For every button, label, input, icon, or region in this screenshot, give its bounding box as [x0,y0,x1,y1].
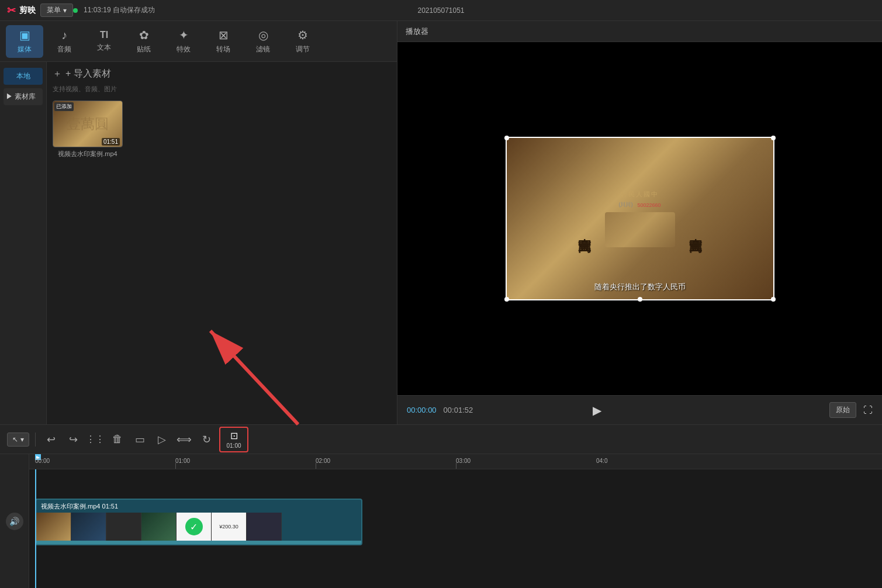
handle-bottom-left[interactable] [504,297,509,302]
thumb-2 [71,513,106,541]
undo-button[interactable]: ↩ [41,430,60,449]
player-title: 播放器 [406,26,428,37]
app-name: 剪映 [19,5,36,16]
play-ctrl-button[interactable]: ▷ [153,430,171,449]
adjust-tab-label: 调节 [296,44,310,54]
rotate-icon: ↻ [202,433,211,446]
redo-icon: ↪ [69,433,78,446]
menu-label: 菜单 [47,5,61,15]
crop-tool-container: ⊡ 01:00 [219,427,248,452]
transition-tab-icon: ⊠ [219,28,229,42]
tab-filter[interactable]: ◎ 滤镜 [244,25,282,58]
rect-icon: ▭ [135,433,145,446]
bank-details: (川川) 50022660 [618,201,660,209]
split-button[interactable]: ⋮⋮ [86,430,105,449]
timeline-body: 🔊 ▶ 00:00 01:00 02:00 03:00 04:0 [0,454,882,588]
fullscreen-button[interactable]: ⛶ [863,405,873,416]
ruler-mark-2: 02:00 [316,458,330,464]
import-label: + 导入素材 [65,68,111,80]
crop-time-label: 01:00 [226,442,241,449]
list-item[interactable]: 壹萬圓 已添加 01:51 视频去水印案例.mp4 [53,101,123,158]
ruler-mark-3: 03:00 [456,458,471,464]
play-button[interactable]: ▶ [588,402,606,419]
dropdown-chevron-icon: ▾ [20,435,24,444]
track-bottom-bar [36,541,361,544]
time-total: 00:01:52 [444,406,473,414]
date-text: 202105071051 [417,6,464,15]
video-track[interactable]: 视频去水印案例.mp4 01:51 [35,499,362,545]
ruler-mark-1: 01:00 [175,458,190,464]
thumb-7 [247,513,282,541]
timeline-ruler: ▶ 00:00 01:00 02:00 03:00 04:0 [29,454,882,469]
left-panel: ▣ 媒体 ♪ 音频 TI 文本 ✿ 贴纸 ✦ 特效 [0,21,397,424]
filter-tab-label: 滤镜 [256,44,270,54]
handle-bottom-right[interactable] [771,297,776,302]
original-button[interactable]: 原始 [829,402,856,418]
tab-audio[interactable]: ♪ 音频 [46,25,83,58]
audio-tab-label: 音频 [57,44,71,54]
timeline-tracks: ▶ 00:00 01:00 02:00 03:00 04:0 [29,454,882,588]
thumb-4 [141,513,177,541]
sidebar-local-button[interactable]: 本地 [4,68,43,85]
tick-1 [175,463,176,469]
content-area: 本地 ▶ 素材库 ＋ + 导入素材 支持视频、音频、图片 壹萬圓 [0,62,397,424]
logo-icon: ✂ [7,4,16,17]
center-image [605,212,675,247]
plus-icon: ＋ [53,68,62,80]
redo-button[interactable]: ↪ [64,430,82,449]
imported-badge: 已添加 [54,102,74,111]
rotate-button[interactable]: ↻ [197,430,216,449]
crop-button[interactable]: ⊡ 01:00 [219,427,248,452]
delete-icon: 🗑 [112,433,123,445]
import-button[interactable]: ＋ + 导入素材 [53,68,391,80]
sidebar-library-button[interactable]: ▶ 素材库 [4,88,43,105]
bank-name: 行民人國中 [621,190,659,199]
mirror-button[interactable]: ⟺ [175,430,193,449]
mirror-icon: ⟺ [177,433,192,446]
placeholder-button-1[interactable]: ▭ [130,430,149,449]
sticker-tab-label: 贴纸 [137,44,151,54]
media-grid: 壹萬圓 已添加 01:51 视频去水印案例.mp4 [53,101,391,158]
tab-sticker[interactable]: ✿ 贴纸 [125,25,162,58]
player-controls: 00:00:00 00:01:52 ▶ 原始 ⛶ [397,395,882,424]
app-layout: ✂ 剪映 菜单 ▾ 11:03:19 自动保存成功 202105071051 ▣… [0,0,882,588]
media-thumbnail: 壹萬圓 已添加 01:51 [53,101,123,147]
text-tab-label: 文本 [97,43,111,53]
track-area: 视频去水印案例.mp4 01:51 [29,469,882,588]
menu-button[interactable]: 菜单 ▾ [40,4,73,17]
thumb-decoration: 壹萬圓 [67,115,109,133]
crop-icon: ⊡ [230,430,238,441]
effect-tab-label: 特效 [177,44,191,54]
video-canvas: 行民人國中 (川川) 50022660 壹萬圓 壹萬圓 随着央行推出 [506,137,774,300]
playhead-line [35,469,36,588]
audio-mute-button[interactable]: 🔊 [6,513,23,530]
delete-button[interactable]: 🗑 [108,430,127,449]
right-panel: 播放器 行民人國中 (川川) 50022660 壹萬圓 [397,21,882,424]
handle-bottom-center[interactable] [638,297,642,302]
undo-icon: ↩ [47,433,56,446]
select-tool-dropdown[interactable]: ↖ ▾ [7,433,29,447]
toolbar-divider-1 [35,433,36,447]
top-bar: ✂ 剪映 菜单 ▾ 11:03:19 自动保存成功 202105071051 [0,0,882,21]
subtitle: 随着央行推出了数字人民币 [594,282,686,292]
tab-effect[interactable]: ✦ 特效 [165,25,202,58]
effect-tab-icon: ✦ [179,28,189,42]
handle-top-left[interactable] [504,136,509,140]
thumb-6: ¥200.30 [212,513,247,541]
filter-tab-icon: ◎ [258,28,268,42]
tab-adjust[interactable]: ⚙ 调节 [284,25,321,58]
toolbar-tabs: ▣ 媒体 ♪ 音频 TI 文本 ✿ 贴纸 ✦ 特效 [0,21,397,62]
tab-media[interactable]: ▣ 媒体 [6,25,43,58]
app-logo: ✂ 剪映 [7,4,36,17]
thumb-3 [106,513,141,541]
tab-text[interactable]: TI 文本 [85,25,123,58]
text-tab-icon: TI [100,30,108,40]
transition-tab-label: 转场 [216,44,230,54]
handle-top-right[interactable] [771,136,776,140]
thumb-5: ✓ [177,513,212,541]
audio-tab-icon: ♪ [61,29,67,42]
import-hint: 支持视频、音频、图片 [53,85,391,94]
time-current: 00:00:00 [407,406,437,414]
ruler-mark-0: 00:00 [35,458,50,464]
tab-transition[interactable]: ⊠ 转场 [205,25,242,58]
